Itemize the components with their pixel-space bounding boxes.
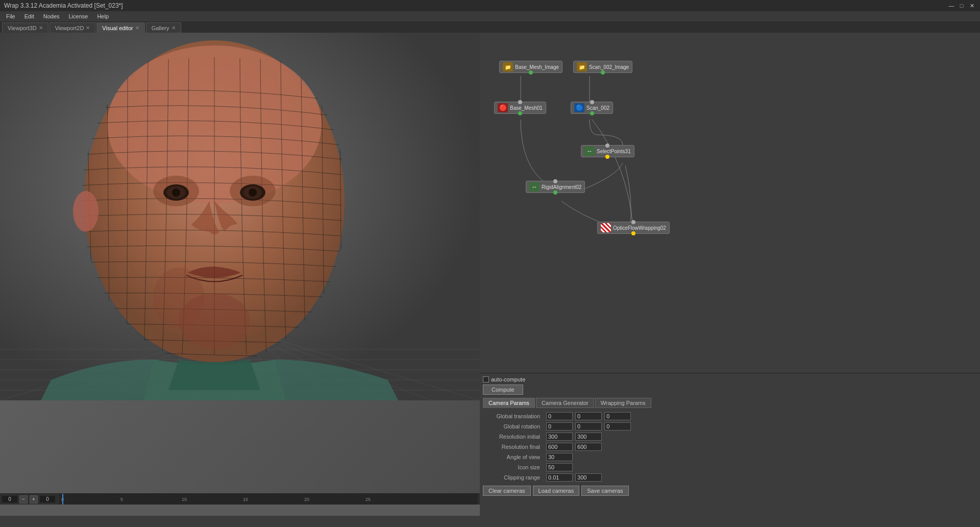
node-base-mesh01-label: Base_Mesh01	[510, 105, 543, 111]
menu-help[interactable]: Help	[93, 12, 113, 20]
node-scan-002-image[interactable]: 📁 Scan_002_Image	[573, 61, 632, 73]
resolution-final-h[interactable]	[575, 443, 602, 451]
node-base-mesh-image[interactable]: 📁 Base_Mesh_Image	[499, 61, 562, 73]
resolution-initial-w[interactable]	[546, 433, 573, 441]
node-select-points31-connector-bottom	[605, 155, 609, 159]
resolution-final-row: Resolution final	[483, 442, 977, 452]
tab-visual-editor-close[interactable]: ✕	[135, 25, 139, 31]
global-translation-y[interactable]	[575, 412, 602, 420]
node-editor[interactable]: 📁 Base_Mesh_Image 📁 Scan_002_Image 🔴 Bas…	[480, 33, 980, 373]
tab-wrapping-params[interactable]: Wrapping Params	[595, 398, 651, 408]
tab-camera-params[interactable]: Camera Params	[483, 398, 535, 408]
viewport-area: 0 − + 0 0 5 10 15 20 25	[0, 33, 480, 516]
tab-viewport3d-close[interactable]: ✕	[39, 25, 43, 31]
node-rigid-alignment02-label: RigidAlignment02	[542, 184, 581, 190]
tab-gallery-close[interactable]: ✕	[172, 25, 176, 31]
clipping-range-far[interactable]	[575, 473, 602, 482]
node-scan-002[interactable]: 🔵 Scan_002	[571, 102, 613, 114]
auto-compute-checkbox[interactable]	[483, 376, 489, 382]
load-cameras-button[interactable]: Load cameras	[533, 486, 580, 496]
icon-size-input[interactable]	[546, 463, 573, 471]
blue-icon: 🔵	[574, 103, 584, 112]
viewport-3d[interactable]: 0 − + 0 0 5 10 15 20 25	[0, 33, 480, 505]
resolution-final-values	[544, 442, 977, 452]
resolution-initial-label: Resolution initial	[483, 432, 544, 442]
clear-cameras-button[interactable]: Clear cameras	[483, 486, 531, 496]
resolution-initial-h[interactable]	[575, 433, 602, 441]
global-rotation-z[interactable]	[604, 422, 631, 430]
node-opticeflow-wrapping02[interactable]: OpticeFlowWrapping02	[597, 222, 670, 234]
angle-of-view-input[interactable]	[546, 453, 573, 461]
tab-camera-generator[interactable]: Camera Generator	[536, 398, 594, 408]
clipping-range-label: Clipping range	[483, 472, 544, 483]
icon-size-values	[544, 462, 977, 472]
save-cameras-button[interactable]: Save cameras	[581, 486, 628, 496]
global-translation-values	[544, 411, 977, 421]
frame-end[interactable]: 0	[40, 496, 55, 502]
ruler-mark-15: 15	[243, 497, 248, 502]
folder-icon: 📁	[503, 62, 513, 71]
params-panel: auto-compute Compute Camera Params Camer…	[480, 373, 980, 516]
auto-compute-row: auto-compute	[483, 376, 977, 382]
close-button[interactable]: ✕	[968, 2, 976, 10]
node-base-mesh-image-connector-bottom	[529, 70, 533, 75]
node-scan-002-connector-bottom	[590, 111, 594, 115]
ruler-mark-10: 10	[182, 497, 187, 502]
node-select-points31-connector-top	[605, 143, 609, 148]
icon-size-label: Icon size	[483, 462, 544, 472]
svg-point-27	[249, 188, 257, 197]
action-buttons: Clear cameras Load cameras Save cameras	[483, 486, 977, 496]
maximize-button[interactable]: □	[958, 2, 966, 10]
frame-plus-button[interactable]: +	[30, 495, 38, 504]
global-translation-label: Global translation	[483, 411, 544, 421]
window-controls[interactable]: — □ ✕	[947, 2, 976, 10]
node-base-mesh01[interactable]: 🔴 Base_Mesh01	[494, 102, 546, 114]
main-layout: 0 − + 0 0 5 10 15 20 25	[0, 33, 980, 516]
stripes-icon	[601, 223, 611, 232]
global-translation-row: Global translation	[483, 411, 977, 421]
sphere-icon: 🔴	[498, 103, 508, 112]
timeline-ruler[interactable]: 0 5 10 15 20 25	[59, 494, 478, 505]
tab-viewport2d-close[interactable]: ✕	[86, 25, 90, 31]
ruler-mark-20: 20	[304, 497, 309, 502]
frame-start[interactable]: 0	[2, 496, 17, 502]
svg-point-29	[153, 268, 204, 329]
clipping-range-near[interactable]	[546, 473, 573, 482]
angle-of-view-label: Angle of view	[483, 452, 544, 462]
frame-minus-button[interactable]: −	[19, 495, 28, 504]
node-base-mesh-image-label: Base_Mesh_Image	[515, 64, 559, 70]
resolution-initial-values	[544, 432, 977, 442]
node-select-points31[interactable]: ↔ SelectPoints31	[581, 145, 634, 157]
menu-nodes[interactable]: Nodes	[39, 12, 64, 20]
global-rotation-y[interactable]	[575, 422, 602, 430]
tab-visual-editor[interactable]: Visual editor ✕	[96, 22, 144, 33]
resolution-final-w[interactable]	[546, 443, 573, 451]
tab-viewport3d[interactable]: Viewport3D ✕	[2, 22, 48, 33]
compute-button[interactable]: Compute	[483, 385, 523, 395]
tab-gallery[interactable]: Gallery ✕	[146, 22, 181, 33]
menu-file[interactable]: File	[2, 12, 19, 20]
menu-edit[interactable]: Edit	[20, 12, 38, 20]
svg-point-24	[172, 188, 180, 197]
clipping-range-values	[544, 472, 977, 483]
minimize-button[interactable]: —	[947, 2, 955, 10]
node-rigid-alignment02[interactable]: ↔ RigidAlignment02	[526, 181, 585, 193]
global-rotation-x[interactable]	[546, 422, 573, 430]
arrow-icon: ↔	[584, 147, 595, 156]
arrow-icon-2: ↔	[529, 182, 540, 191]
node-select-points31-label: SelectPoints31	[597, 149, 631, 154]
node-scan-002-connector-top	[590, 100, 594, 104]
node-base-mesh01-connector-bottom	[518, 111, 522, 115]
tab-visual-editor-label: Visual editor	[102, 25, 133, 31]
menu-license[interactable]: License	[65, 12, 92, 20]
resolution-final-label: Resolution final	[483, 442, 544, 452]
global-rotation-label: Global rotation	[483, 421, 544, 432]
node-opticeflow-wrapping02-connector-top	[631, 220, 635, 224]
title-bar: Wrap 3.3.12 Academia Activated [Set_023*…	[0, 0, 980, 11]
angle-of-view-values	[544, 452, 977, 462]
global-translation-z[interactable]	[604, 412, 631, 420]
global-translation-x[interactable]	[546, 412, 573, 420]
title-text: Wrap 3.3.12 Academia Activated [Set_023*…	[4, 2, 123, 9]
tab-viewport2d[interactable]: Viewport2D ✕	[50, 22, 96, 33]
node-rigid-alignment02-connector-top	[553, 179, 557, 183]
